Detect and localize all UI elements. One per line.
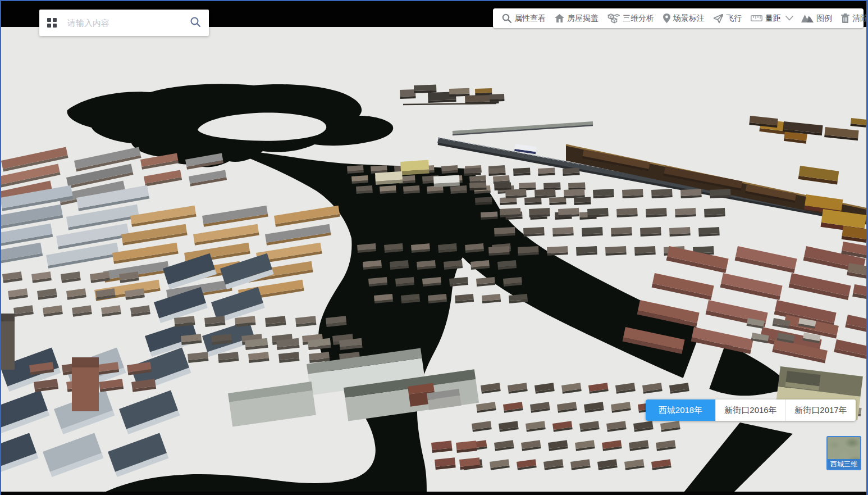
3d-analysis-button[interactable]: 三维分析 (603, 8, 659, 28)
apps-grid-icon[interactable] (47, 18, 57, 28)
legend-button[interactable]: 图例 (797, 8, 837, 28)
home-icon (555, 14, 564, 22)
map-toolbar: 属性查看 房屋揭盖 三维分析 场景标注 飞行 量距 (493, 8, 864, 28)
cubes-icon (607, 13, 620, 24)
minimap-thumbnail[interactable]: 西城三维 (826, 436, 861, 470)
paper-plane-icon (714, 14, 723, 23)
minimap-label: 西城三维 (828, 459, 860, 469)
search-input[interactable] (66, 17, 185, 28)
layer-tabs: 西城2018年 新街口2016年 新街口2017年 (646, 399, 856, 421)
clear-button[interactable]: 清除 (837, 8, 868, 28)
trash-icon (841, 13, 849, 23)
roof-peel-button[interactable]: 房屋揭盖 (550, 8, 603, 28)
magnifier-icon (502, 13, 511, 23)
tab-xinjiekou-2016[interactable]: 新街口2016年 (715, 399, 785, 421)
attribute-view-button[interactable]: 属性查看 (497, 8, 550, 28)
search-icon[interactable] (190, 16, 201, 30)
window-frame-top (0, 0, 868, 1)
tab-xinjiekou-2017[interactable]: 新街口2017年 (785, 399, 856, 421)
search-box[interactable] (39, 10, 209, 36)
measure-distance-button[interactable]: 量距 (746, 8, 785, 28)
map-pin-icon (663, 13, 670, 23)
window-frame-left (0, 0, 1, 495)
legend-icon (801, 14, 814, 22)
fly-button[interactable]: 飞行 (709, 8, 746, 28)
measure-dropdown-chevron[interactable] (785, 16, 797, 21)
tab-xicheng-2018[interactable]: 西城2018年 (646, 399, 715, 421)
scene-annotation-button[interactable]: 场景标注 (659, 8, 709, 28)
window-frame-bottom (0, 492, 868, 495)
gis-3d-viewer: 属性查看 房屋揭盖 三维分析 场景标注 飞行 量距 (0, 0, 868, 495)
ruler-icon (751, 15, 762, 21)
